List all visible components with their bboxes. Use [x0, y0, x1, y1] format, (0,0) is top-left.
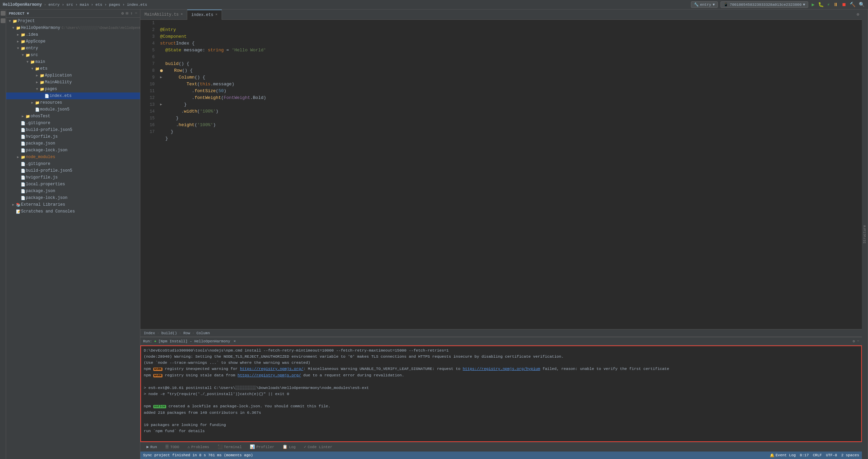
tab-close-mainability[interactable]: ×	[181, 13, 183, 16]
tree-item-main[interactable]: ▼ 📁 main	[6, 58, 140, 65]
tree-item-appscope[interactable]: ▶ 📁 AppScope	[6, 38, 140, 45]
tree-item-idea[interactable]: ▶ 📁 .idea	[6, 31, 140, 38]
tab-code-linter[interactable]: ✓ Code Linter	[300, 442, 336, 452]
tab-close-index[interactable]: ×	[215, 13, 218, 17]
terminal-content[interactable]: D:\DevEcoStudio300900\tools\nodejs\npm.c…	[140, 345, 862, 442]
scratches-icon: 📝	[16, 209, 21, 214]
tree-item-root[interactable]: ▼ 📁 Project	[6, 18, 140, 24]
tree-icon-collapse[interactable]: ⇑	[131, 11, 133, 16]
editor-settings-icon[interactable]: ⚙	[854, 12, 862, 17]
tree-item-package2[interactable]: 📄 package.json	[6, 188, 140, 194]
tree-label: MainAbility	[45, 80, 72, 85]
toolbar-icons: ▶ 🐛 ⚡ ⏸ ⏹ 🔨 🔍	[811, 1, 865, 8]
device-config-dropdown[interactable]: 📱 7001005458323933328a013ce2323800 ▼	[721, 1, 808, 8]
tree-item-gitignore2[interactable]: 📄 .gitignore	[6, 160, 140, 167]
tree-label: index.ets	[50, 94, 72, 98]
breadcrumb-column[interactable]: Column	[196, 331, 210, 335]
tree-arrow: ▼	[35, 87, 39, 91]
tree-item-hvigorfile1[interactable]: 📄 hvigorfile.js	[6, 133, 140, 140]
run-panel-icons: ⚙ −	[853, 339, 859, 343]
tree-header-title: Project ▼	[9, 12, 29, 16]
app-name: HelloOpenHarmony	[3, 2, 42, 7]
tree-item-application[interactable]: ▶ 📁 Application	[6, 72, 140, 79]
tree-arrow: ▼	[16, 47, 20, 50]
code-line-7: build() {	[160, 61, 862, 67]
profile-button[interactable]: ⚡	[827, 1, 831, 8]
tree-icon-close[interactable]: −	[135, 11, 137, 16]
tree-item-helloopenharmony[interactable]: ▼ 📁 HelloOpenHarmony C:\Users\░░░░░░░░░\…	[6, 24, 140, 31]
run-collapse-icon[interactable]: −	[857, 339, 859, 343]
run-tab-close[interactable]: ×	[233, 339, 236, 343]
tree-item-index-ets[interactable]: 📄 index.ets	[6, 92, 140, 99]
status-line-ending[interactable]: CRLF	[813, 453, 822, 458]
tree-item-local-properties[interactable]: 📄 local.properties	[6, 181, 140, 188]
tab-run[interactable]: ▶ Run	[143, 442, 160, 452]
tree-label: node_modules	[26, 155, 55, 159]
tab-profiler[interactable]: 📊 Profiler	[246, 442, 278, 452]
tab-problems[interactable]: ⚠ Problems	[184, 442, 212, 452]
tree-item-ets[interactable]: ▼ 📁 ets	[6, 65, 140, 72]
top-bar-left: HelloOpenHarmony › entry › src › main › …	[3, 2, 691, 7]
code-content[interactable]: @Entry @Component struct Index { @State …	[157, 20, 862, 329]
code-line-11: .fontSize(50)	[160, 88, 862, 95]
status-event-log[interactable]: 🔔 Event Log	[770, 453, 796, 458]
tree-item-gitignore1[interactable]: 📄 .gitignore	[6, 120, 140, 126]
folder-icon: 📁	[20, 33, 26, 37]
tree-item-pages[interactable]: ▼ 📁 pages	[6, 86, 140, 92]
code-line-1	[160, 20, 862, 27]
tree-item-package-lock1[interactable]: 📄 package-lock.json	[6, 147, 140, 154]
code-line-14: .width('100%')	[160, 108, 862, 115]
file-icon: 📄	[20, 175, 26, 180]
tab-terminal[interactable]: ⬛ Terminal	[214, 442, 245, 452]
tree-icon-settings[interactable]: ⚙	[121, 11, 124, 16]
activity-project-icon[interactable]	[1, 11, 5, 16]
tree-item-external-libraries[interactable]: ▶ 📚 External Libraries	[6, 201, 140, 208]
tree-item-hvigorfile2[interactable]: 📄 hvigorfile.js	[6, 174, 140, 181]
breadcrumb-index[interactable]: Index	[144, 331, 155, 335]
tab-todo[interactable]: ☰ TODO	[162, 442, 183, 452]
tree-item-module-json5[interactable]: 📄 module.json5	[6, 106, 140, 113]
tree-label: package.json	[26, 141, 55, 146]
tree-item-resources[interactable]: ▶ 📁 resources	[6, 99, 140, 106]
build-button[interactable]: 🔨	[849, 1, 856, 8]
tree-item-package-lock2[interactable]: 📄 package-lock.json	[6, 194, 140, 201]
status-indent[interactable]: 2 spaces	[841, 453, 859, 458]
folder-icon: 📁	[25, 53, 31, 57]
run-config-dropdown[interactable]: 🔧 entry ▼	[691, 1, 718, 8]
tab-index-ets[interactable]: index.ets ×	[187, 10, 222, 20]
debug-button[interactable]: 🐛	[817, 1, 824, 8]
file-icon: 📄	[20, 189, 26, 193]
terminal-line-10: 19 packages are looking for funding	[144, 422, 858, 428]
tree-item-package1[interactable]: 📄 package.json	[6, 140, 140, 147]
status-position[interactable]: 8:17	[800, 453, 809, 458]
tree-item-build-profile2[interactable]: 📄 build-profile.json5	[6, 167, 140, 174]
status-encoding[interactable]: UTF-8	[826, 453, 837, 458]
run-settings-icon[interactable]: ⚙	[853, 339, 855, 343]
breadcrumb-row[interactable]: Row	[183, 331, 190, 335]
search-button[interactable]: 🔍	[858, 1, 865, 8]
tab-mainability[interactable]: MainAbility.ts ×	[140, 10, 187, 20]
tree-label: External Libraries	[21, 202, 65, 207]
status-bar-right: 🔔 Event Log 8:17 CRLF UTF-8 2 spaces	[770, 453, 859, 458]
tree-item-scratches[interactable]: 📝 Scratches and Consoles	[6, 208, 140, 215]
run-button[interactable]: ▶	[811, 1, 815, 8]
tree-item-node-modules[interactable]: ▶ 📁 node_modules	[6, 154, 140, 160]
tree-item-ohostest[interactable]: ▶ 📁 ohosTest	[6, 113, 140, 120]
tree-icon-layout[interactable]: ⊟	[126, 11, 128, 16]
tree-label: resources	[40, 100, 62, 105]
structure-sidebar[interactable]: Structure	[862, 10, 868, 459]
tree-item-build-profile1[interactable]: 📄 build-profile.json5	[6, 126, 140, 133]
tree-label: main	[35, 60, 45, 64]
tree-label: build-profile.json5	[26, 168, 72, 173]
stop-button[interactable]: ⏹	[841, 1, 847, 8]
breadcrumb-build[interactable]: build()	[161, 331, 177, 335]
terminal-line-3: (Use `node --trace-warnings ...` to show…	[144, 360, 858, 366]
activity-settings-icon[interactable]	[1, 18, 5, 23]
tree-item-src[interactable]: ▼ 📁 src	[6, 52, 140, 58]
tab-log[interactable]: 📋 Log	[279, 442, 299, 452]
pause-button[interactable]: ⏸	[833, 1, 839, 8]
tree-arrow: ▶	[11, 203, 16, 207]
code-line-5: @State message: string = 'Hello World'	[160, 47, 862, 54]
tree-item-entry[interactable]: ▼ 📁 entry	[6, 45, 140, 52]
tree-item-mainability[interactable]: ▶ 📁 MainAbility	[6, 79, 140, 86]
